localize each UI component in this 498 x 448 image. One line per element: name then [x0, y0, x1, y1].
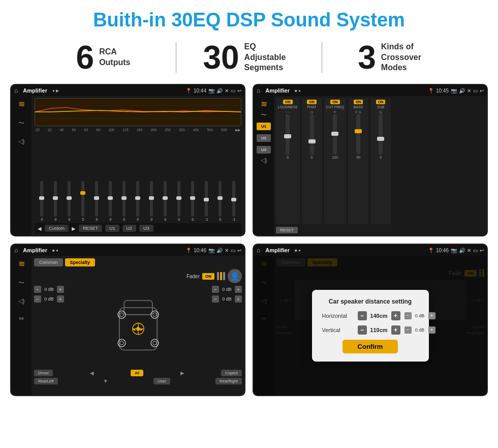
fader-volume-icon: 🔊 [216, 248, 223, 253]
eq-u1-btn[interactable]: U1 [105, 225, 119, 232]
amp-speaker2-icon[interactable]: ◁) [261, 157, 267, 164]
page-title: Buith-in 30EQ DSP Sound System [0, 0, 498, 36]
amp-content: ≋ 〜 U1 U2 U3 ◁) ON LOUDNESS ~~ [254, 96, 487, 235]
dialog-horizontal-minus[interactable]: − [358, 311, 367, 320]
fader-avatar-icon[interactable]: 👤 [228, 269, 242, 283]
eq-u3-btn[interactable]: U3 [139, 225, 153, 232]
eq-back-icon[interactable]: ↩ [237, 88, 241, 94]
amp-u2-preset[interactable]: U2 [257, 134, 271, 142]
amp-bass-slider[interactable] [356, 114, 360, 155]
amp-tuner-icon[interactable]: ≋ [261, 99, 267, 109]
eq-location-icon: 📍 [185, 88, 192, 94]
fader-user-btn[interactable]: User [153, 378, 170, 384]
fader-back-icon[interactable]: ↩ [237, 248, 241, 253]
fader-tab-specialty[interactable]: Specialty [65, 258, 96, 266]
amp-cutfreq-on[interactable]: ON [330, 100, 340, 104]
fader-fr-value: 0 dB [221, 287, 233, 292]
eq-tuner-icon[interactable]: ≋ [18, 99, 25, 109]
amp-loudness-label: LOUDNESS [278, 105, 298, 109]
amp-phat-slider[interactable] [310, 114, 314, 155]
amp-main: ON LOUDNESS ~~ 0 ON PHAT G [274, 96, 487, 235]
dialog-vert-db-plus[interactable]: + [428, 326, 435, 334]
amp-sub-slider[interactable] [379, 114, 383, 155]
fader-left-arrow-icon[interactable]: ◀ [90, 370, 94, 376]
fader-down-arrow-icon[interactable]: ▼ [103, 378, 108, 384]
dialog-horizontal-row: Horizontal − 140cm + − 0 dB + [322, 311, 419, 320]
dialog-horiz-db-plus[interactable]: + [428, 312, 435, 319]
amp-bass-label: BASS [354, 105, 363, 109]
fader-left-controls: − 0 dB + − 0 dB + [34, 286, 64, 367]
eq-camera-icon: 📷 [208, 88, 214, 94]
fader-right-arrow-icon[interactable]: ▶ [180, 370, 184, 376]
eq-prev-icon[interactable]: ◀ [38, 226, 42, 231]
eq-u2-btn[interactable]: U2 [122, 225, 137, 232]
eq-wave-icon[interactable]: 〜 [18, 119, 24, 128]
fader-screen: ⌂ Amplifier ■ ● 📍 10:46 📷 🔊 ✕ ▭ ↩ ≋ 〜 ◁)… [10, 244, 245, 396]
fader-speaker-icon[interactable]: ◁) [18, 297, 25, 305]
amp-u3-preset[interactable]: U3 [257, 146, 271, 154]
amp-u1-preset[interactable]: U1 [257, 123, 271, 130]
amp-wave-icon[interactable]: 〜 [261, 111, 267, 120]
fader-tab-common[interactable]: Common [34, 258, 63, 266]
stat-crossover-number: 3 [358, 41, 376, 74]
amp-reset-btn[interactable]: RESET [276, 227, 298, 233]
fader-arrows-icon[interactable]: ⇔ [19, 315, 24, 322]
amp-sub-on[interactable]: ON [376, 100, 386, 104]
dialog-back-icon[interactable]: ↩ [480, 248, 484, 253]
fader-fl-value: 0 dB [43, 287, 55, 292]
fader-rearleft-btn[interactable]: RearLeft [34, 378, 58, 384]
eq-dots: ● ▶ [52, 88, 59, 93]
amp-volume-icon: 🔊 [459, 88, 465, 94]
amp-cutfreq-slider[interactable] [333, 114, 337, 155]
fader-rl-minus[interactable]: − [34, 295, 41, 303]
amp-x-icon: ✕ [467, 88, 471, 94]
dialog-location-icon: 📍 [428, 248, 434, 253]
fader-all-btn[interactable]: All [131, 370, 143, 376]
fader-driver-btn[interactable]: Driver [34, 370, 53, 376]
stat-eq-label: EQ AdjustableSegments [244, 42, 295, 73]
dialog-vert-db-minus[interactable]: − [404, 326, 412, 334]
fader-on-btn[interactable]: ON [202, 273, 214, 280]
fader-tabs: Common Specialty [34, 258, 242, 266]
fader-diagram-area: − 0 dB + − 0 dB + [34, 286, 242, 367]
fader-fl-plus[interactable]: + [57, 286, 64, 293]
dialog-vert-db-value: 0 dB [414, 327, 426, 333]
fader-copilot-btn[interactable]: Copilot [221, 370, 242, 376]
amp-home-icon[interactable]: ⌂ [257, 87, 260, 94]
fader-wave-icon[interactable]: 〜 [18, 279, 24, 287]
fader-rearright-btn[interactable]: RearRight [215, 378, 242, 384]
eq-rect-icon: ▭ [231, 88, 235, 94]
eq-play-icon[interactable]: ▶ [72, 226, 76, 231]
fader-rr-minus[interactable]: − [212, 295, 219, 303]
fader-fr-minus[interactable]: − [212, 286, 219, 293]
dialog-horizontal-plus[interactable]: + [391, 311, 400, 320]
fader-fr-plus[interactable]: + [235, 286, 242, 293]
eq-home-icon[interactable]: ⌂ [14, 87, 18, 94]
eq-speaker-icon[interactable]: ◁) [18, 138, 25, 145]
amp-phat-on[interactable]: ON [307, 100, 317, 104]
eq-slider-4: 0 [95, 181, 98, 221]
amp-loudness-slider[interactable] [286, 114, 290, 155]
dialog-confirm-button[interactable]: Confirm [343, 340, 398, 353]
dialog-vertical-minus[interactable]: − [358, 325, 367, 335]
amp-loudness-on[interactable]: ON [283, 100, 293, 104]
eq-status-icons: 📍 10:44 📷 🔊 ✕ ▭ ↩ [185, 88, 241, 94]
fader-rl-plus[interactable]: + [57, 295, 64, 303]
eq-slider-0: 0 [40, 181, 43, 221]
dialog-horiz-db-minus[interactable]: − [404, 312, 412, 319]
svg-point-13 [152, 341, 156, 345]
fader-status-bar: ⌂ Amplifier ■ ● 📍 10:46 📷 🔊 ✕ ▭ ↩ [11, 245, 244, 256]
fader-fl-minus[interactable]: − [34, 286, 41, 293]
amp-back-icon[interactable]: ↩ [480, 88, 484, 94]
eq-reset-btn[interactable]: RESET [79, 225, 102, 232]
fader-rr-plus[interactable]: + [235, 295, 242, 303]
amp-app-name: Amplifier [265, 87, 290, 94]
eq-custom-btn[interactable]: Custom [45, 225, 69, 232]
fader-tuner-icon[interactable]: ≋ [18, 259, 25, 268]
dialog-home-icon[interactable]: ⌂ [257, 247, 260, 254]
amp-bass-on[interactable]: ON [354, 100, 363, 104]
fader-home-icon[interactable]: ⌂ [14, 247, 18, 254]
eq-slider-3: 5 [81, 181, 84, 221]
fader-main: Common Specialty Fader ON 👤 [32, 256, 244, 395]
dialog-vertical-plus[interactable]: + [391, 325, 400, 335]
